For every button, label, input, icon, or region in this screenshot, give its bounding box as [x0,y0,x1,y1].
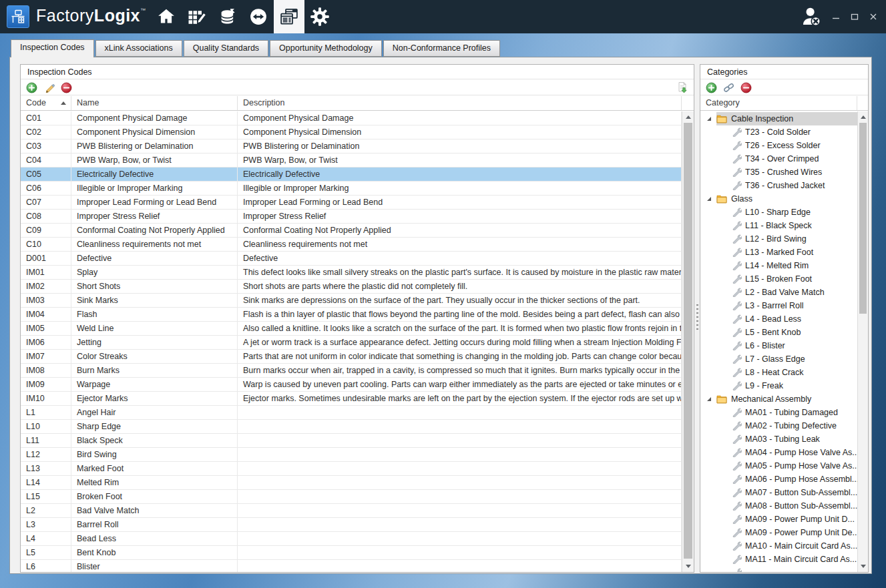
maximize-button[interactable] [847,10,862,23]
tree-node[interactable]: Glass [700,192,857,206]
table-row[interactable]: IM05 Weld Line Also called a knitline. I… [21,322,682,336]
tree-node[interactable]: MA05 - Pump Hose Valve As... [700,459,857,473]
remove-code-button[interactable] [60,81,72,93]
tree-node[interactable]: T26 - Excess Solder [700,139,857,152]
table-row[interactable]: IM01 Splay This defect looks like small … [21,266,682,280]
table-row[interactable]: C02 Component Physical Dimension Compone… [21,125,682,139]
table-row[interactable]: C01 Component Physical Damage Component … [21,111,682,125]
nav-home[interactable] [151,0,182,33]
column-header-code[interactable]: Code [21,96,71,110]
tab[interactable]: Quality Standards [184,40,268,57]
remove-category-button[interactable] [740,81,752,93]
tree-node[interactable]: L5 - Bent Knob [700,326,857,339]
scroll-down-arrow-icon[interactable] [858,561,868,572]
tree-node[interactable]: T35 - Crushed Wires [700,166,857,179]
add-category-button[interactable] [705,81,717,93]
tree-node[interactable]: MA07 - Button Sub-Assembl... [700,486,857,499]
tree-node[interactable]: L12 - Bird Swing [700,232,857,246]
table-row[interactable]: L12 Bird Swing [21,448,682,462]
table-row[interactable]: L2 Bad Valve Match [21,504,682,518]
close-button[interactable] [866,10,881,23]
scroll-up-arrow-icon[interactable] [682,111,694,123]
edit-code-button[interactable] [43,81,55,93]
tab[interactable]: Non-Conformance Profiles [383,40,500,57]
tree-node[interactable]: L2 - Bad Valve Match [700,286,857,299]
table-row[interactable]: L4 Bead Less [21,532,682,546]
minimize-button[interactable] [829,10,843,23]
table-row[interactable]: L11 Black Speck [21,434,682,448]
table-vertical-scrollbar[interactable] [682,111,694,572]
table-row[interactable]: C08 Improper Stress Relief Improper Stre… [21,210,682,224]
table-row[interactable]: IM04 Flash Flash is a thin layer of plas… [21,308,682,322]
tree-node[interactable]: MA11 - Main Circuit Card As... [700,553,857,566]
scroll-down-arrow-icon[interactable] [682,561,694,572]
table-row[interactable]: C09 Conformal Coating Not Properly Appli… [21,224,682,238]
tree-node[interactable]: L4 - Bead Less [700,312,857,326]
column-header-category[interactable]: Category [700,96,857,110]
tree-node[interactable]: L9 - Freak [700,379,857,392]
table-row[interactable]: IM02 Short Shots Short shots are parts w… [21,280,682,294]
scrollbar-thumb[interactable] [859,123,867,314]
tree-node[interactable]: MA10 - Main Circuit Card As... [700,539,857,553]
nav-materials[interactable] [212,0,243,33]
tree-node[interactable]: L6 - Blister [700,339,857,352]
table-row[interactable]: C10 Cleanliness requirements not met Cle… [21,238,682,252]
tree-node[interactable]: L8 - Heat Crack [700,366,857,379]
table-row[interactable]: C06 Illegible or Improper Marking Illegi… [21,182,682,196]
tree-node[interactable]: Cable Inspection [700,112,857,125]
link-category-button[interactable] [722,81,734,93]
nav-sync[interactable] [243,0,274,33]
tree-node[interactable]: L13 - Marked Foot [700,246,857,259]
table-row[interactable]: C04 PWB Warp, Bow, or Twist PWB Warp, Bo… [21,154,682,168]
tree-node[interactable]: L10 - Sharp Edge [700,206,857,219]
table-row[interactable]: C05 Electrically Defective Electrically … [21,168,682,182]
table-row[interactable]: C03 PWB Blistering or Delamination PWB B… [21,139,682,154]
panel-splitter[interactable] [695,64,700,573]
tab[interactable]: Opportunity Methodology [270,40,382,57]
expand-arrow-icon[interactable] [706,196,712,202]
table-row[interactable]: C07 Improper Lead Forming or Lead Bend I… [21,196,682,210]
tree-node[interactable]: MA01 - Tubing Damaged [700,406,857,419]
tree-node[interactable]: T36 - Crushed Jacket [700,179,857,192]
table-row[interactable]: IM09 Warpage Warp is caused by uneven pa… [21,378,682,392]
nav-planning[interactable] [182,0,212,33]
table-row[interactable]: IM07 Color Streaks Parts that are not un… [21,350,682,364]
expand-arrow-icon[interactable] [706,115,712,122]
tree-vertical-scrollbar[interactable] [857,111,868,572]
column-header-name[interactable]: Name [71,96,238,110]
table-row[interactable]: L6 Blister [21,560,682,572]
scroll-up-arrow-icon[interactable] [858,111,868,123]
table-row[interactable]: D001 Defective Defective [21,252,682,266]
tree-node[interactable]: MA02 - Tubing Defective [700,419,857,432]
table-row[interactable]: IM03 Sink Marks Sink marks are depressio… [21,294,682,308]
table-row[interactable]: L14 Melted Rim [21,476,682,490]
nav-settings[interactable] [304,0,335,33]
table-row[interactable]: IM06 Jetting A jet or worm track is a su… [21,336,682,350]
tab[interactable]: xLink Associations [95,40,182,57]
export-codes-button[interactable] [676,81,688,93]
tree-node[interactable]: MA08 - Button Sub-Assembl... [700,499,857,513]
tree-node[interactable]: L3 - Barrrel Roll [700,299,857,312]
tree-node[interactable]: L7 - Glass Edge [700,352,857,366]
column-header-description[interactable]: Description [238,96,682,110]
add-code-button[interactable] [25,81,37,93]
nav-documents[interactable] [274,0,304,33]
tree-node[interactable]: MA04 - Pump Hose Valve As... [700,446,857,459]
table-row[interactable]: L13 Marked Foot [21,462,682,476]
scrollbar-thumb[interactable] [684,123,692,559]
tree-node[interactable]: Mechanical Assembly [700,392,857,406]
expand-arrow-icon[interactable] [706,396,712,402]
tree-node[interactable] [700,566,857,572]
table-row[interactable]: IM08 Burn Marks Burn marks occur when ai… [21,364,682,378]
tree-node[interactable]: MA09 - Power Pump Unit De... [700,526,857,539]
tree-node[interactable]: T34 - Over Crimped [700,152,857,166]
table-row[interactable]: L10 Sharp Edge [21,420,682,434]
tree-node[interactable]: MA09 - Power Pump Unit D... [700,513,857,526]
table-row[interactable]: L15 Broken Foot [21,490,682,504]
tab[interactable]: Inspection Codes [11,39,94,57]
tree-node[interactable]: L14 - Melted Rim [700,259,857,272]
tree-node[interactable]: L15 - Broken Foot [700,272,857,286]
tree-node[interactable]: L11 - Black Speck [700,219,857,232]
user-status-button[interactable] [798,2,825,31]
tree-node[interactable]: T23 - Cold Solder [700,125,857,139]
